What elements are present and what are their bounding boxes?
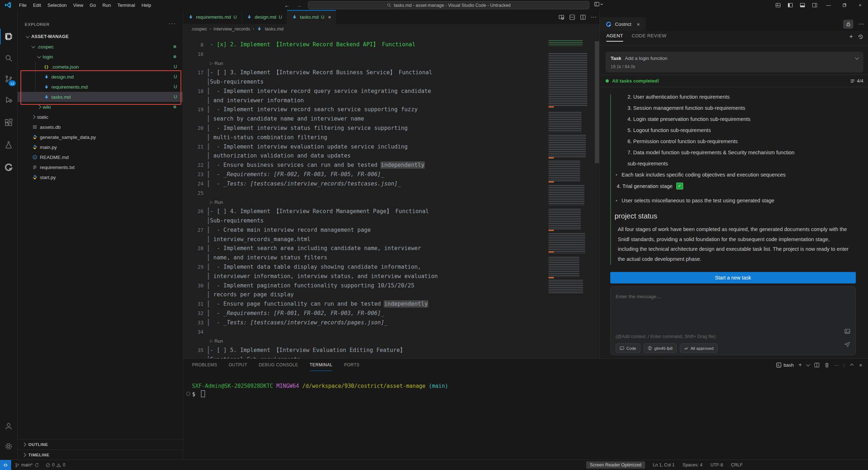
- back-arrow-icon[interactable]: ←: [284, 2, 290, 8]
- toggle-secondary-sidebar-icon[interactable]: [808, 0, 821, 10]
- editor-tab-tasks-md[interactable]: tasks.mdU×: [287, 10, 336, 24]
- start-new-task-button[interactable]: Start a new task: [610, 272, 856, 283]
- send-icon[interactable]: [844, 341, 850, 348]
- forward-arrow-icon[interactable]: →: [296, 2, 302, 8]
- menu-selection[interactable]: Selection: [44, 0, 70, 10]
- mode-chip-code[interactable]: Code: [616, 343, 640, 353]
- encoding-status[interactable]: UTF-8: [710, 462, 723, 467]
- close-panel-tab-icon[interactable]: ×: [637, 21, 640, 27]
- menu-edit[interactable]: Edit: [30, 0, 44, 10]
- layout-dropdown[interactable]: [594, 1, 603, 7]
- run-tasks-icon[interactable]: [569, 14, 575, 20]
- split-editor-icon[interactable]: [580, 14, 586, 20]
- editor-more-icon[interactable]: ···: [591, 14, 597, 20]
- codelens-run[interactable]: ▷Run: [183, 59, 546, 68]
- menu-go[interactable]: Go: [87, 0, 99, 10]
- costrict-tab[interactable]: Costrict ×: [600, 17, 646, 31]
- terminal-more-icon[interactable]: ···: [834, 362, 839, 368]
- close-window-button[interactable]: ×: [852, 0, 868, 10]
- restore-button[interactable]: [836, 0, 852, 10]
- breadcrumb-item[interactable]: tasks.md: [265, 26, 284, 32]
- tree-item-wiki[interactable]: wiki: [18, 102, 183, 112]
- remote-indicator[interactable]: [0, 460, 11, 470]
- tree-item-generate-sample-data-py[interactable]: generate_sample_data.py: [18, 132, 183, 142]
- split-terminal-icon[interactable]: [814, 362, 820, 368]
- task-card[interactable]: Task Add a login function 19.1k / 64.0k: [606, 52, 863, 72]
- extensions-activity-icon[interactable]: [0, 114, 17, 131]
- editor-tab-design-md[interactable]: design.mdU: [242, 10, 287, 24]
- codelens-run[interactable]: ▷Run: [183, 198, 546, 207]
- tree-item-login[interactable]: login: [18, 52, 183, 62]
- tree-item--cospec[interactable]: .cospec: [18, 42, 183, 52]
- tab-agent[interactable]: AGENT: [606, 33, 623, 42]
- cursor-position[interactable]: Ln 1, Col 1: [653, 462, 675, 467]
- outline-section[interactable]: OUTLINE: [18, 439, 183, 450]
- tree-item-requirements-md[interactable]: requirements.mdU: [18, 82, 183, 92]
- tree-item-requirements-txt[interactable]: requirements.txt: [18, 162, 183, 172]
- approval-chip[interactable]: All approved: [680, 343, 718, 353]
- minimap[interactable]: [547, 33, 594, 358]
- markdown-preview-icon[interactable]: [559, 14, 564, 20]
- breadcrumb[interactable]: .cospec›interview_records›tasks.md: [183, 24, 599, 33]
- run-debug-activity-icon[interactable]: [0, 91, 17, 108]
- minimize-button[interactable]: ―: [821, 0, 836, 10]
- attach-image-icon[interactable]: [844, 328, 850, 334]
- accounts-icon[interactable]: [0, 418, 17, 435]
- command-center[interactable]: tasks.md - asset-manage - Visual Studio …: [308, 1, 589, 9]
- menu-run[interactable]: Run: [99, 0, 114, 10]
- terminal-shell-select[interactable]: bash: [776, 362, 794, 368]
- maximize-panel-icon[interactable]: [849, 362, 854, 367]
- source-control-activity-icon[interactable]: 13: [0, 70, 17, 88]
- indentation-status[interactable]: Spaces: 4: [682, 462, 703, 467]
- testing-activity-icon[interactable]: [0, 136, 17, 154]
- timeline-section[interactable]: TIMELINE: [18, 450, 183, 460]
- tree-item-assets-db[interactable]: assets.db: [18, 122, 183, 132]
- costrict-activity-icon[interactable]: [0, 159, 17, 176]
- model-chip[interactable]: glm45-fp8: [644, 343, 677, 353]
- explorer-more-icon[interactable]: ···: [169, 20, 176, 26]
- toggle-primary-sidebar-icon[interactable]: [784, 0, 796, 10]
- panel-more-icon[interactable]: ···: [858, 21, 864, 27]
- panel-tab-ports[interactable]: PORTS: [344, 359, 359, 371]
- tree-item-readme-md[interactable]: README.md: [18, 152, 183, 162]
- tree-item--cometa-json[interactable]: {}.cometa.jsonU: [18, 62, 183, 72]
- eol-status[interactable]: CRLF: [731, 462, 743, 467]
- codelens-run[interactable]: ▷Run: [183, 337, 546, 346]
- kill-terminal-icon[interactable]: [824, 362, 830, 368]
- panel-tab-debug-console[interactable]: DEBUG CONSOLE: [259, 359, 298, 371]
- menu-help[interactable]: Help: [138, 0, 154, 10]
- tree-item-design-md[interactable]: design.mdU: [18, 72, 183, 82]
- panel-tab-terminal[interactable]: TERMINAL: [310, 359, 333, 371]
- close-panel-icon[interactable]: ×: [859, 362, 862, 368]
- customize-layout-icon[interactable]: [772, 0, 784, 10]
- menu-terminal[interactable]: Terminal: [114, 0, 138, 10]
- new-terminal-icon[interactable]: +: [798, 361, 802, 368]
- editor-tab-requirements-md[interactable]: requirements.mdU: [183, 10, 242, 24]
- new-task-plus-icon[interactable]: +: [849, 33, 853, 40]
- tree-item-tasks-md[interactable]: tasks.mdU: [18, 92, 183, 102]
- tree-item-static[interactable]: static: [18, 112, 183, 122]
- terminal-prompt[interactable]: $: [192, 390, 448, 398]
- breadcrumb-item[interactable]: interview_records: [214, 26, 250, 32]
- problems-status[interactable]: 0 0: [46, 462, 65, 467]
- tree-root-asset-manage[interactable]: ASSET-MANAGE: [18, 32, 183, 42]
- search-activity-icon[interactable]: [0, 50, 17, 67]
- git-branch-status[interactable]: main*: [15, 462, 39, 467]
- message-input[interactable]: Enter the message.... (@Add context, / E…: [610, 286, 856, 355]
- menu-file[interactable]: File: [16, 0, 30, 10]
- history-icon[interactable]: [858, 34, 863, 39]
- lock-icon[interactable]: [843, 20, 853, 29]
- menu-view[interactable]: View: [70, 0, 87, 10]
- code-editor[interactable]: 8- [x] 2. Implement 【Interview Record Ba…: [183, 33, 599, 358]
- panel-tab-problems[interactable]: PROBLEMS: [192, 359, 217, 371]
- terminal-dropdown-icon[interactable]: [806, 362, 810, 366]
- panel-tab-output[interactable]: OUTPUT: [229, 359, 247, 371]
- breadcrumb-item[interactable]: .cospec: [191, 26, 207, 32]
- editor-scrollbar[interactable]: [594, 33, 599, 358]
- tree-item-main-py[interactable]: main.py: [18, 142, 183, 152]
- explorer-activity-icon[interactable]: [0, 28, 17, 45]
- terminal-output[interactable]: SXF-Admin@SK-20250928DKTC MINGW64 /d/wor…: [192, 382, 448, 398]
- tab-code-review[interactable]: CODE REVIEW: [632, 33, 667, 42]
- screen-reader-status[interactable]: Screen Reader Optimized: [586, 461, 645, 469]
- toggle-panel-icon[interactable]: [796, 0, 808, 10]
